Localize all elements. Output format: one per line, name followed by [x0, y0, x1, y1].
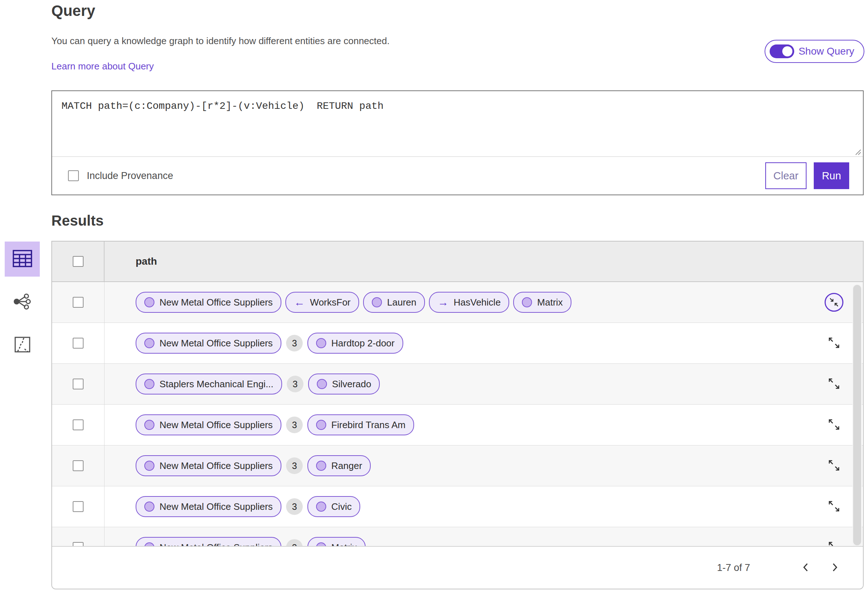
- expand-row-button[interactable]: [828, 418, 840, 432]
- entity-pill[interactable]: Silverado: [308, 373, 380, 394]
- scrollbar-thumb[interactable]: [853, 285, 861, 545]
- collapsed-count-badge[interactable]: 3: [287, 376, 303, 392]
- pill-label: Firebird Trans Am: [331, 419, 406, 431]
- entity-icon: [316, 461, 326, 471]
- query-textarea[interactable]: MATCH path=(c:Company)-[r*2]-(v:Vehicle)…: [52, 91, 863, 121]
- entity-icon: [144, 461, 154, 471]
- collapse-row-button[interactable]: [825, 293, 843, 312]
- table-view-button[interactable]: [5, 242, 40, 277]
- entity-icon: [316, 502, 326, 512]
- expand-icon: [828, 459, 840, 473]
- entity-pill[interactable]: Firebird Trans Am: [307, 415, 414, 435]
- path-cell: New Metal Office Suppliers3Ranger: [105, 455, 805, 476]
- table-row: New Metal Office Suppliers3Matrix: [52, 527, 863, 547]
- chevron-right-icon: [832, 562, 838, 574]
- clear-button[interactable]: Clear: [765, 162, 806, 189]
- relationship-pill[interactable]: ←WorksFor: [285, 292, 359, 313]
- entity-icon: [144, 338, 154, 348]
- expand-row-button[interactable]: [828, 459, 840, 473]
- results-table: path New Metal Office Suppliers←WorksFor…: [52, 241, 864, 589]
- run-button[interactable]: Run: [814, 162, 849, 189]
- entity-pill[interactable]: Staplers Mechanical Engi...: [136, 373, 282, 394]
- path-cell: New Metal Office Suppliers←WorksForLaure…: [105, 292, 805, 313]
- row-checkbox[interactable]: [73, 501, 84, 512]
- collapse-icon: [825, 293, 843, 312]
- entity-icon: [316, 420, 326, 430]
- collapsed-count-badge[interactable]: 3: [286, 457, 303, 474]
- path-cell: Staplers Mechanical Engi...3Silverado: [105, 373, 805, 394]
- entity-pill[interactable]: Ranger: [307, 455, 371, 476]
- collapsed-count-badge[interactable]: 3: [286, 335, 303, 351]
- previous-page-button[interactable]: [800, 560, 811, 576]
- row-checkbox[interactable]: [73, 379, 84, 389]
- next-page-button[interactable]: [830, 560, 840, 576]
- pill-label: WorksFor: [310, 297, 350, 308]
- expand-icon: [828, 418, 840, 432]
- entity-icon: [144, 297, 154, 307]
- entity-icon: [522, 297, 532, 307]
- expand-icon: [828, 336, 840, 350]
- expand-row-button[interactable]: [828, 336, 840, 350]
- entity-pill[interactable]: New Metal Office Suppliers: [136, 292, 281, 313]
- entity-pill[interactable]: New Metal Office Suppliers: [136, 496, 281, 517]
- results-view-rail: [5, 242, 40, 363]
- table-row: New Metal Office Suppliers3Firebird Tran…: [52, 405, 863, 445]
- include-provenance-checkbox[interactable]: [68, 170, 79, 181]
- show-query-label: Show Query: [799, 46, 854, 57]
- entity-pill[interactable]: New Metal Office Suppliers: [136, 455, 281, 476]
- row-checkbox[interactable]: [73, 419, 84, 430]
- entity-icon: [144, 502, 154, 512]
- resize-handle-icon[interactable]: [853, 147, 862, 155]
- table-header-row: path: [52, 242, 863, 282]
- table-row: New Metal Office Suppliers3Civic: [52, 486, 863, 527]
- path-cell: New Metal Office Suppliers3Hardtop 2-doo…: [105, 333, 805, 354]
- pill-label: New Metal Office Suppliers: [159, 419, 273, 431]
- table-scrollbar[interactable]: [852, 284, 862, 547]
- entity-pill[interactable]: Civic: [307, 496, 360, 517]
- table-pagination-bar: 1-7 of 7: [52, 546, 863, 589]
- query-page: { "colors": { "primary": "#5E35CC", "lin…: [0, 0, 868, 593]
- select-all-checkbox[interactable]: [73, 256, 84, 267]
- pill-label: HasVehicle: [453, 297, 500, 308]
- entity-pill[interactable]: Lauren: [363, 292, 425, 313]
- map-icon: [14, 336, 31, 354]
- expand-icon: [828, 377, 840, 391]
- pill-label: Silverado: [332, 379, 371, 390]
- entity-icon: [144, 420, 154, 430]
- row-checkbox[interactable]: [73, 460, 84, 471]
- link-chart-view-button[interactable]: [5, 285, 40, 320]
- arrow-left-icon: ←: [294, 297, 305, 308]
- entity-pill[interactable]: New Metal Office Suppliers: [136, 415, 281, 435]
- table-row: New Metal Office Suppliers3Ranger: [52, 445, 863, 486]
- map-view-button[interactable]: [5, 327, 40, 363]
- collapsed-count-badge[interactable]: 3: [286, 498, 303, 515]
- learn-more-link[interactable]: Learn more about Query: [52, 61, 154, 72]
- path-cell: New Metal Office Suppliers3Firebird Tran…: [105, 415, 805, 435]
- row-checkbox[interactable]: [73, 338, 84, 348]
- pill-label: Hardtop 2-door: [331, 338, 394, 349]
- expand-icon: [828, 500, 840, 514]
- expand-row-button[interactable]: [828, 500, 840, 514]
- toggle-on-icon[interactable]: [770, 44, 794, 58]
- pill-label: Ranger: [331, 460, 362, 472]
- entity-pill[interactable]: Hardtop 2-door: [307, 333, 403, 354]
- pill-label: Civic: [331, 501, 351, 512]
- entity-icon: [144, 379, 154, 389]
- pill-label: Staplers Mechanical Engi...: [159, 379, 273, 390]
- path-cell: New Metal Office Suppliers3Civic: [105, 496, 805, 517]
- entity-pill[interactable]: Matrix: [513, 292, 571, 313]
- entity-icon: [317, 379, 327, 389]
- column-header-path: path: [105, 256, 157, 267]
- entity-pill[interactable]: New Metal Office Suppliers: [136, 333, 281, 354]
- collapsed-count-badge[interactable]: 3: [286, 416, 303, 433]
- expand-row-button[interactable]: [828, 377, 840, 391]
- pill-label: New Metal Office Suppliers: [159, 297, 273, 308]
- include-provenance-label: Include Provenance: [87, 170, 173, 181]
- page-title: Query: [52, 2, 95, 19]
- row-checkbox[interactable]: [73, 297, 84, 308]
- relationship-pill[interactable]: →HasVehicle: [429, 292, 509, 313]
- entity-icon: [372, 297, 382, 307]
- link-chart-icon: [13, 293, 31, 311]
- show-query-toggle[interactable]: Show Query: [765, 40, 864, 63]
- chevron-left-icon: [802, 562, 809, 574]
